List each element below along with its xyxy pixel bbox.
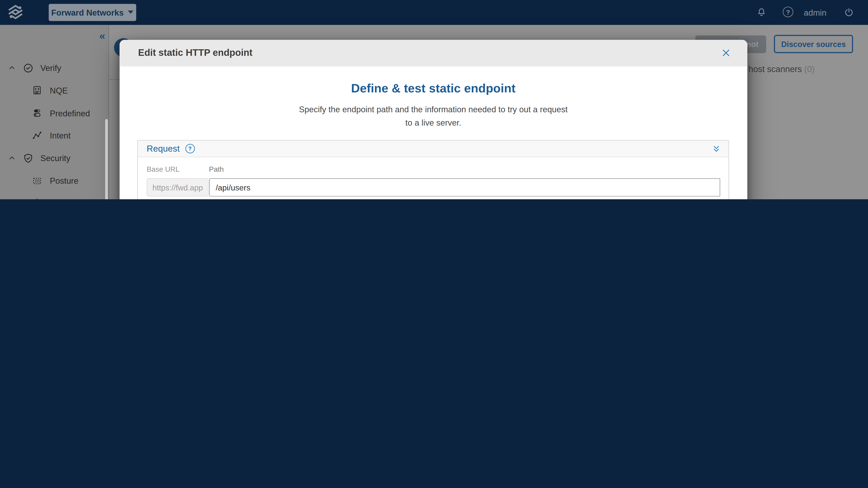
notifications-bell-icon[interactable]	[756, 7, 767, 18]
blast-radius-arrows-icon	[32, 198, 43, 199]
request-help-icon[interactable]: ?	[185, 144, 195, 153]
request-fields: Base URL Path https://fwd.app	[138, 157, 728, 199]
chevron-up-icon[interactable]	[8, 64, 16, 71]
request-results-panel: Request ? Base URL Path https://fwd.app …	[137, 140, 729, 199]
discover-sources-button[interactable]: Discover sources	[774, 35, 853, 53]
help-glyph: ?	[786, 8, 790, 15]
background-tab-underline	[109, 79, 120, 80]
wizard-step-subtitle: Specify the endpoint path and the inform…	[297, 103, 569, 130]
sidebar-item-posture[interactable]: Posture	[0, 170, 108, 192]
sidebar-item-predefined[interactable]: Predefined	[0, 102, 108, 124]
base-url-value: https://fwd.app	[153, 183, 203, 192]
nqe-code-doc-icon	[32, 85, 43, 96]
sidebar-item-label: Verify	[40, 63, 61, 72]
dropdown-caret-icon	[128, 11, 134, 14]
snapshot-button-label: not	[746, 40, 758, 49]
base-url-label: Base URL	[147, 165, 179, 173]
host-scanners-heading: host scanners (0)	[748, 64, 815, 74]
sidebar-item-label: Intent	[50, 131, 71, 140]
collapse-section-double-chevron-icon[interactable]	[712, 144, 721, 153]
chevron-up-icon[interactable]	[8, 155, 16, 162]
help-glyph: ?	[188, 146, 192, 152]
host-scanners-label: host scanners	[748, 64, 804, 74]
sidebar-collapse-icon[interactable]: «	[99, 30, 105, 41]
base-url-prefix: https://fwd.app	[147, 178, 209, 196]
sidebar-scrollbar[interactable]	[105, 119, 108, 199]
sidebar-item-verify[interactable]: Verify	[0, 57, 108, 79]
verify-badge-check-icon	[23, 62, 34, 73]
sidebar-item-nqe[interactable]: NQE	[0, 79, 108, 102]
help-icon[interactable]: ?	[783, 6, 794, 17]
network-selector-label: Forward Networks	[51, 8, 124, 17]
path-input[interactable]	[209, 178, 720, 196]
host-scanners-count: (0)	[804, 64, 815, 74]
sidebar-item-security[interactable]: Security	[0, 147, 108, 170]
user-menu[interactable]: admin	[804, 8, 827, 17]
request-section-header: Request ?	[138, 141, 728, 157]
request-label: Request	[147, 144, 180, 154]
sidebar-item-label: Security	[40, 153, 70, 163]
discover-sources-label: Discover sources	[781, 39, 846, 48]
dialog-header: Edit static HTTP endpoint	[119, 40, 747, 66]
path-label: Path	[209, 165, 224, 173]
security-shield-icon	[23, 153, 34, 164]
close-icon[interactable]	[721, 48, 731, 58]
predefined-toggles-icon	[32, 108, 43, 119]
network-selector-dropdown[interactable]: Forward Networks	[49, 4, 136, 21]
sidebar-item-label: Predefined	[50, 108, 90, 118]
app-root: Forward Networks ? admin « Verify NQE	[0, 0, 868, 199]
sidebar-item-label: Posture	[50, 176, 79, 185]
sidebar-item-label: Blast Radius	[50, 199, 96, 199]
sidebar: « Verify NQE Predefined Intent Security …	[0, 25, 109, 199]
dialog-title: Edit static HTTP endpoint	[138, 48, 252, 59]
posture-grid-icon	[32, 175, 43, 186]
sidebar-item-blast-radius[interactable]: Blast Radius	[0, 192, 108, 199]
top-navigation-bar: Forward Networks ? admin	[0, 0, 868, 25]
edit-static-http-endpoint-dialog: Edit static HTTP endpoint Define & test …	[119, 40, 747, 199]
sidebar-item-intent[interactable]: Intent	[0, 124, 108, 147]
wizard-step-title: Define & test static endpoint	[119, 81, 747, 96]
forward-networks-logo-icon	[6, 3, 25, 22]
intent-path-icon	[32, 130, 43, 141]
sidebar-item-label: NQE	[50, 86, 68, 95]
logout-power-icon[interactable]	[844, 7, 854, 18]
